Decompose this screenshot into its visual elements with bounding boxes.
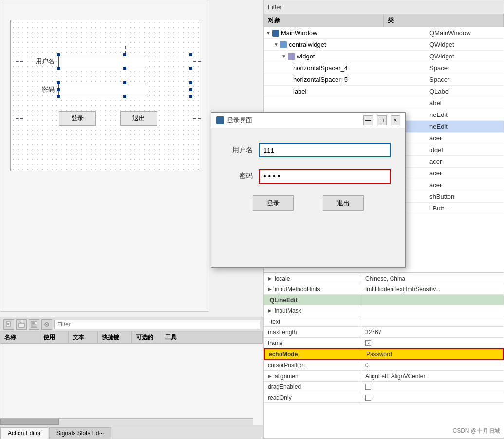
props-val-cursorpos: 0 — [361, 360, 504, 370]
props-name-cursorpos: cursorPosition — [268, 362, 305, 369]
props-section-qlineedit: QLineEdit — [264, 295, 504, 305]
dialog-minimize-btn[interactable]: — — [363, 115, 373, 125]
tree-name-spacer4: horizontalSpacer_4 — [293, 64, 348, 72]
props-row-frame[interactable]: frame ✓ — [264, 338, 504, 348]
properties-panel: ▶locale Chinese, China ▶inputMethodHints… — [263, 273, 504, 439]
design-login-btn[interactable]: 登录 — [59, 111, 96, 126]
toolbar-btn-3[interactable] — [29, 319, 39, 330]
props-row-text[interactable]: text — [264, 316, 504, 327]
tree-class-label: QLabel — [426, 87, 504, 96]
tree-header: 对象 类 — [264, 14, 504, 27]
tree-name-label: label — [293, 88, 306, 95]
frame-checkbox[interactable]: ✓ — [365, 340, 371, 346]
dialog-username-input[interactable] — [259, 143, 391, 157]
settings-icon — [43, 321, 50, 328]
tree-class-btn2: l Butt... — [426, 204, 504, 213]
tree-item-spacer4[interactable]: horizontalSpacer_4 Spacer — [264, 62, 504, 74]
tree-class-mainwindow: QMainWindow — [426, 28, 504, 38]
props-row-readonly[interactable]: readOnly — [264, 392, 504, 403]
col-header-use: 使用 — [39, 332, 69, 343]
bottom-tabs: Action Editor Signals Slots Ed··· — [0, 425, 263, 439]
tree-item-widget[interactable]: ▼ widget QWidget — [264, 51, 504, 62]
tree-class-acer3: acer — [426, 169, 504, 178]
dialog-password-row: 密码 — [226, 169, 391, 184]
central-icon — [280, 41, 287, 48]
dialog-maximize-btn[interactable]: □ — [377, 115, 387, 125]
props-name-text: text — [271, 318, 280, 325]
props-name-frame: frame — [268, 340, 283, 346]
props-val-echomode: Password — [362, 349, 503, 359]
props-name-alignment: alignment — [275, 373, 300, 380]
tree-item-centralwidget[interactable]: ▼ centralwidget QWidget — [264, 39, 504, 51]
toolbar-btn-2[interactable] — [16, 319, 27, 330]
props-row-cursorpos[interactable]: cursorPosition 0 — [264, 360, 504, 371]
props-name-locale: locale — [275, 275, 290, 282]
h-scrollbar[interactable] — [0, 418, 253, 425]
folder-icon — [18, 321, 25, 328]
drag-checkbox[interactable] — [365, 384, 371, 390]
bottom-filter-input[interactable] — [54, 320, 260, 329]
props-row-alignment[interactable]: ▶alignment AlignLeft, AlignVCenter — [264, 371, 504, 382]
props-name-maxlength: maxLength — [268, 329, 297, 336]
props-val-locale: Chinese, China — [361, 273, 504, 284]
col-header-optional: 可选的 — [132, 332, 161, 343]
design-username-input[interactable] — [58, 55, 146, 68]
save-icon — [31, 321, 37, 328]
props-row-locale[interactable]: ▶locale Chinese, China — [264, 273, 504, 284]
tree-class-widget: QWidget — [426, 52, 504, 61]
dialog-login-btn[interactable]: 登录 — [253, 195, 294, 211]
props-name-inputmask: inputMask — [275, 307, 301, 314]
col-header-text: 文本 — [69, 332, 98, 343]
tree-class-central: QWidget — [426, 40, 504, 49]
tree-name-central: centralwidget — [289, 41, 326, 48]
dialog-buttons: 登录 退出 — [226, 195, 391, 211]
props-val-inputhints: ImhHiddenText|ImhSensitiv... — [361, 284, 504, 294]
props-val-alignment: AlignLeft, AlignVCenter — [361, 371, 504, 381]
props-row-echomode[interactable]: echoMode Password — [264, 348, 504, 360]
dialog-window-icon — [216, 116, 224, 124]
filter-label: Filter — [268, 3, 282, 11]
bottom-panel: 名称 使用 文本 快捷键 可选的 工具 Action Editor Signal… — [0, 317, 263, 439]
dialog-close-btn[interactable]: × — [391, 115, 400, 125]
svg-point-8 — [46, 324, 48, 325]
svg-rect-5 — [32, 322, 35, 324]
tree-name-mainwindow: MainWindow — [281, 29, 317, 37]
dialog-controls: — □ × — [363, 115, 400, 125]
props-name-inputhints: inputMethodHints — [275, 286, 320, 293]
toolbar-btn-1[interactable] — [3, 319, 14, 330]
dialog-username-row: 用户名 — [226, 143, 391, 157]
tree-item-abel[interactable]: abel — [264, 97, 504, 109]
dialog-titlebar: 登录界面 — □ × — [211, 113, 405, 128]
props-val-drag — [361, 382, 504, 392]
tree-item-label[interactable]: label QLabel — [264, 86, 504, 97]
filter-bar: Filter — [264, 0, 504, 14]
tab-action-editor[interactable]: Action Editor — [0, 427, 48, 439]
design-form: 用户名 密码 — [25, 45, 191, 126]
dialog-body: 用户名 密码 登录 退出 — [211, 128, 405, 221]
props-name-echomode: echoMode — [269, 351, 298, 358]
tab-signals-slots[interactable]: Signals Slots Ed··· — [49, 427, 111, 439]
props-row-drag[interactable]: dragEnabled — [264, 382, 504, 392]
dialog-exit-btn[interactable]: 退出 — [323, 195, 364, 211]
props-row-inputhints[interactable]: ▶inputMethodHints ImhHiddenText|ImhSensi… — [264, 284, 504, 295]
design-exit-btn[interactable]: 退出 — [120, 111, 157, 126]
dialog-username-label: 用户名 — [226, 146, 253, 154]
props-section-label: QLineEdit — [270, 297, 298, 304]
col-header-tools: 工具 — [161, 332, 263, 343]
tree-item-mainwindow[interactable]: ▼ MainWindow QMainWindow — [264, 27, 504, 39]
design-panel: 用户名 密码 — [0, 0, 209, 312]
h-scrollbar-thumb[interactable] — [0, 419, 59, 425]
tree-class-spacer4: Spacer — [426, 63, 504, 73]
mainwindow-icon — [272, 30, 279, 37]
props-row-inputmask[interactable]: ▶inputMask — [264, 305, 504, 316]
file-icon — [5, 321, 12, 328]
props-row-maxlength[interactable]: maxLength 32767 — [264, 327, 504, 338]
tree-header-object: 对象 — [264, 14, 384, 27]
dialog-password-input[interactable] — [259, 169, 391, 184]
design-password-input[interactable] — [58, 83, 146, 96]
svg-rect-3 — [19, 323, 24, 327]
toolbar-btn-4[interactable] — [41, 319, 52, 330]
readonly-checkbox[interactable] — [365, 395, 371, 401]
tree-item-spacer5[interactable]: horizontalSpacer_5 Spacer — [264, 74, 504, 86]
props-val-text — [361, 316, 504, 326]
